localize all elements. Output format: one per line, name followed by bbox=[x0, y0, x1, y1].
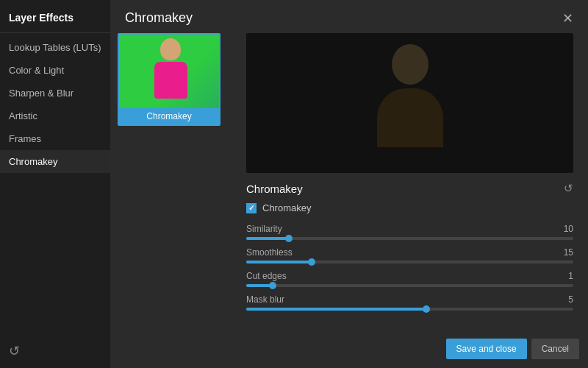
main-content: Chromakey ✕ Chromakey bbox=[110, 0, 588, 368]
settings-reset-icon[interactable]: ↺ bbox=[564, 182, 573, 195]
sidebar-item-lookup-tables[interactable]: Lookup Tables (LUTs) bbox=[0, 36, 110, 59]
sidebar-title: Layer Effects bbox=[0, 6, 110, 33]
cancel-button[interactable]: Cancel bbox=[531, 339, 579, 359]
sidebar-item-artistic[interactable]: Artistic bbox=[0, 105, 110, 127]
chromakey-checkbox-label: Chromakey bbox=[262, 202, 311, 213]
slider-similarity-label: Similarity bbox=[246, 224, 282, 234]
settings-title: Chromakey bbox=[246, 183, 303, 195]
dark-head bbox=[392, 44, 429, 85]
main-body: Chromakey Chromakey ↺ bbox=[110, 33, 588, 368]
slider-smoothless-label: Smoothless bbox=[246, 247, 293, 258]
sidebar: Layer Effects Lookup Tables (LUTs) Color… bbox=[0, 0, 110, 368]
settings-header: Chromakey ↺ bbox=[246, 182, 573, 195]
slider-cut-edges-track[interactable] bbox=[246, 284, 573, 287]
slider-mask-blur-label: Mask blur bbox=[246, 294, 284, 305]
sidebar-item-chromakey[interactable]: Chromakey bbox=[0, 150, 110, 173]
slider-similarity: Similarity 10 bbox=[246, 224, 573, 240]
slider-smoothless-header: Smoothless 15 bbox=[246, 247, 573, 258]
save-and-close-button[interactable]: Save and close bbox=[446, 339, 527, 359]
slider-similarity-track[interactable] bbox=[246, 237, 573, 240]
sidebar-item-sharpen-blur[interactable]: Sharpen & Blur bbox=[0, 82, 110, 105]
thumb-image bbox=[119, 35, 220, 108]
effect-thumb-chromakey[interactable]: Chromakey bbox=[118, 33, 220, 126]
preview-area: Chromakey ↺ Chromakey Similarity 10 bbox=[246, 33, 573, 368]
checkbox-row: Chromakey bbox=[246, 202, 573, 213]
slider-mask-blur-header: Mask blur 5 bbox=[246, 294, 573, 305]
thumb-label: Chromakey bbox=[119, 108, 219, 124]
person-head bbox=[160, 38, 181, 60]
slider-cut-edges-label: Cut edges bbox=[246, 271, 287, 281]
dark-figure bbox=[366, 44, 454, 162]
sidebar-item-frames[interactable]: Frames bbox=[0, 127, 110, 150]
person-body bbox=[154, 62, 187, 99]
dark-shoulders bbox=[377, 88, 443, 147]
effects-panel: Chromakey bbox=[118, 33, 232, 368]
main-header: Chromakey ✕ bbox=[110, 0, 588, 33]
slider-smoothless: Smoothless 15 bbox=[246, 247, 573, 263]
slider-smoothless-value: 15 bbox=[564, 247, 573, 258]
sidebar-reset-icon[interactable]: ↺ bbox=[9, 344, 20, 358]
slider-cut-edges-value: 1 bbox=[568, 271, 573, 281]
slider-similarity-value: 10 bbox=[564, 224, 573, 234]
slider-cut-edges-header: Cut edges 1 bbox=[246, 271, 573, 281]
sidebar-footer: ↺ bbox=[0, 334, 110, 368]
slider-smoothless-track[interactable] bbox=[246, 261, 573, 263]
sidebar-item-color-light[interactable]: Color & Light bbox=[0, 59, 110, 82]
slider-similarity-header: Similarity 10 bbox=[246, 224, 573, 234]
slider-cut-edges: Cut edges 1 bbox=[246, 271, 573, 287]
close-button[interactable]: ✕ bbox=[562, 12, 573, 25]
chromakey-checkbox[interactable] bbox=[246, 203, 257, 213]
slider-mask-blur-track[interactable] bbox=[246, 308, 573, 311]
slider-mask-blur-value: 5 bbox=[568, 294, 573, 305]
preview-image bbox=[246, 33, 573, 173]
person-silhouette bbox=[151, 38, 191, 105]
main-title: Chromakey bbox=[125, 10, 193, 26]
app-container: Layer Effects Lookup Tables (LUTs) Color… bbox=[0, 0, 588, 368]
footer-buttons: Save and close Cancel bbox=[446, 339, 579, 359]
slider-mask-blur: Mask blur 5 bbox=[246, 294, 573, 311]
